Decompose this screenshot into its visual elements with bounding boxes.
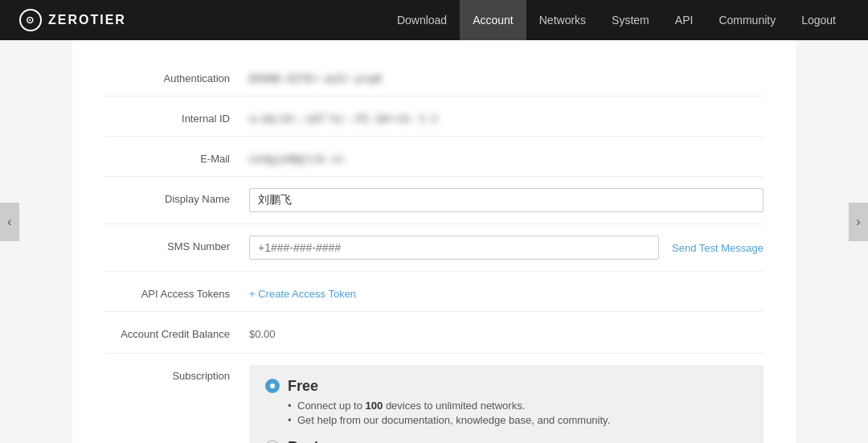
- brand: ⊙ ZEROTIER: [19, 9, 126, 31]
- brand-icon: ⊙: [19, 9, 42, 31]
- sms-label: SMS Number: [104, 236, 249, 252]
- nav-api[interactable]: API: [662, 0, 706, 40]
- sms-row: SMS Number Send Test Message: [104, 224, 764, 272]
- email-row: E-Mail nx4gjo4@ylik.cn: [104, 137, 764, 177]
- free-feature-2: Get help from our documentation, knowled…: [288, 414, 747, 426]
- display-name-row: Display Name: [104, 177, 764, 224]
- sms-input[interactable]: [249, 236, 659, 260]
- nav-system[interactable]: System: [599, 0, 662, 40]
- basic-plan: Basic — USD $29.00/month, 24 hour trial …: [265, 439, 747, 443]
- email-text: nx4gjo4@ylik.cn: [249, 153, 343, 165]
- navbar: ⊙ ZEROTIER Download Account Networks Sys…: [0, 0, 868, 40]
- authentication-text: D5O9D-U27E+-aLEr-p+p#: [249, 72, 381, 84]
- nav-download[interactable]: Download: [384, 0, 460, 40]
- nav-networks[interactable]: Networks: [526, 0, 599, 40]
- email-value: nx4gjo4@ylik.cn: [249, 148, 764, 165]
- nav-logout[interactable]: Logout: [788, 0, 849, 40]
- subscription-box: Free Connect up to 100 devices to unlimi…: [249, 365, 764, 443]
- authentication-row: Authentication D5O9D-U27E+-aLEr-p+p#: [104, 56, 764, 96]
- send-test-button[interactable]: Send Test Message: [672, 242, 764, 254]
- internal-id-label: Internal ID: [104, 108, 249, 125]
- display-name-input[interactable]: [249, 188, 764, 212]
- right-arrow-icon: ›: [856, 215, 860, 229]
- free-feature-1: Connect up to 100 devices to unlimited n…: [288, 400, 747, 412]
- nav-links: Download Account Networks System API Com…: [384, 0, 849, 40]
- nav-account[interactable]: Account: [460, 0, 526, 40]
- basic-plan-name: Basic: [288, 439, 326, 443]
- left-arrow[interactable]: ‹: [0, 203, 19, 241]
- api-tokens-label: API Access Tokens: [104, 283, 249, 300]
- api-tokens-row: API Access Tokens + Create Access Token: [104, 272, 764, 312]
- left-arrow-icon: ‹: [7, 215, 11, 229]
- free-plan: Free Connect up to 100 devices to unlimi…: [265, 378, 747, 426]
- right-arrow[interactable]: ›: [849, 203, 868, 241]
- display-name-label: Display Name: [104, 188, 249, 205]
- internal-id-row: Internal ID a:eb/sh:.nd7'hi-.PI-10r<3> I…: [104, 96, 764, 137]
- credit-row: Account Credit Balance $0.00: [104, 312, 764, 354]
- free-plan-radio[interactable]: [265, 379, 280, 393]
- email-label: E-Mail: [104, 148, 249, 165]
- credit-value: $0.00: [249, 323, 764, 340]
- free-plan-features: Connect up to 100 devices to unlimited n…: [288, 400, 747, 426]
- brand-name: ZEROTIER: [48, 13, 126, 27]
- subscription-row: Subscription Free Connect up to 100 devi…: [104, 354, 764, 443]
- internal-id-value: a:eb/sh:.nd7'hi-.PI-10r<3> I-I: [249, 108, 764, 125]
- subscription-label: Subscription: [104, 365, 249, 382]
- create-token-link[interactable]: + Create Access Token: [249, 288, 356, 300]
- free-plan-name: Free: [288, 378, 318, 395]
- main-content: Authentication D5O9D-U27E+-aLEr-p+p# Int…: [72, 40, 796, 443]
- credit-label: Account Credit Balance: [104, 323, 249, 342]
- authentication-value: D5O9D-U27E+-aLEr-p+p#: [249, 68, 764, 84]
- nav-community[interactable]: Community: [706, 0, 788, 40]
- authentication-label: Authentication: [104, 68, 249, 84]
- basic-plan-radio[interactable]: [265, 440, 280, 443]
- internal-id-text: a:eb/sh:.nd7'hi-.PI-10r<3> I-I: [249, 113, 438, 125]
